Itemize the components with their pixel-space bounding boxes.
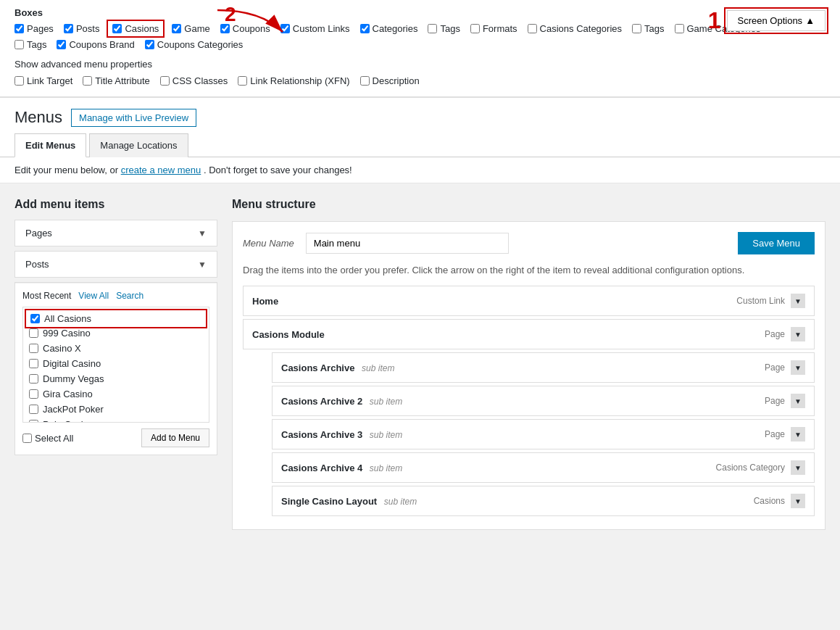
checkbox-css-classes[interactable]: CSS Classes <box>160 75 228 86</box>
accordion-posts-header[interactable]: Posts ▼ <box>15 252 217 277</box>
screen-options-button[interactable]: Screen Options ▲ <box>727 10 826 31</box>
tab-edit-menus[interactable]: Edit Menus <box>14 133 86 157</box>
menu-item-home-right: Custom Link ▼ <box>736 294 805 308</box>
menu-item-casions-archive-4: Casions Archive 4 sub item Casions Categ… <box>272 452 815 483</box>
left-panel: Add menu items Pages ▼ Posts ▼ <box>14 198 217 530</box>
accordion-casions: Most Recent View All Search All Casions … <box>14 282 217 455</box>
accordion-pages-header[interactable]: Pages ▼ <box>15 220 217 246</box>
menu-item-casions-archive-4-toggle[interactable]: ▼ <box>791 460 805 475</box>
menu-item-single-casino-layout-name: Single Casino Layout <box>281 496 377 507</box>
checkbox-casions[interactable]: Casions <box>109 22 162 35</box>
accordion-casions-body: Most Recent View All Search All Casions … <box>15 283 217 455</box>
menu-item-casions-module-right: Page ▼ <box>765 327 805 341</box>
menu-item-casions-archive-3-type: Page <box>765 429 785 439</box>
tab-most-recent[interactable]: Most Recent <box>22 291 71 301</box>
menu-item-casions-archive-2-header: Casions Archive 2 sub item Page ▼ <box>273 386 814 415</box>
list-item-casino-x[interactable]: Casino X <box>28 341 204 356</box>
menu-item-home-toggle[interactable]: ▼ <box>791 294 805 308</box>
casino-x-label: Casino X <box>43 343 81 354</box>
checkbox-coupons-categories[interactable]: Coupons Categories <box>145 39 244 50</box>
menu-item-casions-archive-3-toggle[interactable]: ▼ <box>791 427 805 442</box>
checkbox-tags[interactable]: Tags <box>428 23 459 34</box>
menu-name-input[interactable] <box>306 233 509 254</box>
menu-item-casions-archive-3: Casions Archive 3 sub item Page ▼ <box>272 419 815 449</box>
menu-item-casions-archive-4-right: Casions Category ▼ <box>716 460 805 475</box>
checkbox-game[interactable]: Game <box>172 23 209 34</box>
checkbox-posts[interactable]: Posts <box>64 23 100 34</box>
menu-item-casions-archive-3-name: Casions Archive 3 <box>281 429 362 440</box>
checkbox-formats[interactable]: Formats <box>470 23 517 34</box>
menu-item-single-casino-layout: Single Casino Layout sub item Casions ▼ <box>272 486 815 516</box>
checkbox-categories[interactable]: Categories <box>360 23 418 34</box>
advanced-label: Show advanced menu properties <box>14 59 826 70</box>
menu-name-row: Menu Name Save Menu <box>243 232 815 254</box>
save-menu-button[interactable]: Save Menu <box>738 232 815 254</box>
menu-item-casions-archive: Casions Archive sub item Page ▼ <box>272 352 815 383</box>
menu-item-casions-module-type: Page <box>765 329 785 339</box>
checkbox-custom-links[interactable]: Custom Links <box>280 23 350 34</box>
checkbox-casions-categories[interactable]: Casions Categories <box>528 23 622 34</box>
list-item-999-casino[interactable]: 999 Casino <box>28 326 204 341</box>
menu-item-casions-archive-toggle[interactable]: ▼ <box>791 360 805 375</box>
menus-title: Menus <box>14 108 62 127</box>
screen-options-panel: 1 Screen Options ▲ Boxes Pages Posts Cas… <box>0 0 840 97</box>
checkbox-pages[interactable]: Pages <box>14 23 54 34</box>
all-casions-label: All Casions <box>44 313 91 324</box>
list-item-dummy-vegas[interactable]: Dummy Vegas <box>28 371 204 386</box>
list-item-jackpot-poker[interactable]: JackPot Poker <box>28 402 204 417</box>
advanced-row: Link Target Title Attribute CSS Classes … <box>14 75 826 86</box>
boxes-label: Boxes <box>14 7 826 18</box>
list-item-digital-casino[interactable]: Digital Casino <box>28 356 204 371</box>
screen-options-label: Screen Options <box>738 15 803 26</box>
sub-item-label-5: sub item <box>384 497 417 507</box>
999-casino-label: 999 Casino <box>43 328 91 339</box>
menu-item-casions-archive-2-right: Page ▼ <box>765 394 805 408</box>
checkbox-title-attribute[interactable]: Title Attribute <box>83 75 149 86</box>
tab-view-all[interactable]: View All <box>78 291 109 301</box>
menu-item-casions-archive-4-type: Casions Category <box>716 463 785 473</box>
jackpot-poker-label: JackPot Poker <box>43 404 104 415</box>
menu-item-casions-archive-4-name: Casions Archive 4 <box>281 463 362 473</box>
checkbox-link-target[interactable]: Link Target <box>14 75 72 86</box>
casions-list: All Casions 999 Casino Casino X Dig <box>22 307 209 423</box>
gira-casino-label: Gira Casino <box>43 389 93 399</box>
menu-item-casions-archive-4-header: Casions Archive 4 sub item Casions Categ… <box>273 453 814 482</box>
list-item-all-casions[interactable]: All Casions <box>28 312 204 326</box>
accordion-pages-label: Pages <box>25 228 52 239</box>
menu-item-casions-archive-2-name: Casions Archive 2 <box>281 396 362 407</box>
sub-item-label-4: sub item <box>370 463 402 473</box>
accordion-posts: Posts ▼ <box>14 251 217 278</box>
accordion-pages: Pages ▼ <box>14 220 217 246</box>
menu-item-casions-module-header: Casions Module Page ▼ <box>244 320 814 349</box>
tab-search[interactable]: Search <box>116 291 144 301</box>
checkbox-link-relationship[interactable]: Link Relationship (XFN) <box>238 75 349 86</box>
checkbox-description[interactable]: Description <box>360 75 420 86</box>
menu-item-single-casino-layout-right: Casions ▼ <box>754 494 805 508</box>
menu-item-casions-module-toggle[interactable]: ▼ <box>791 327 805 341</box>
list-item-polo-casino[interactable]: Polo Casino <box>28 417 204 423</box>
menu-item-single-casino-layout-toggle[interactable]: ▼ <box>791 494 805 508</box>
menu-item-casions-archive-2-type: Page <box>765 396 785 406</box>
menu-item-casions-archive-2-toggle[interactable]: ▼ <box>791 394 805 408</box>
menu-item-home: Home Custom Link ▼ <box>243 286 815 316</box>
menu-item-casions-archive-name: Casions Archive <box>281 362 354 373</box>
checkbox-tags-2[interactable]: Tags <box>632 23 664 34</box>
menus-header: Menus Manage with Live Preview <box>0 98 840 127</box>
checkboxes-row-2: Tags Coupons Brand Coupons Categories <box>14 39 826 50</box>
main-content: Add menu items Pages ▼ Posts ▼ <box>0 183 840 544</box>
checkbox-coupons-brand[interactable]: Coupons Brand <box>57 39 134 50</box>
menu-item-casions-archive-header: Casions Archive sub item Page ▼ <box>273 353 814 382</box>
checkbox-tags-3[interactable]: Tags <box>14 39 46 50</box>
add-to-menu-button[interactable]: Add to Menu <box>141 428 209 447</box>
menu-item-home-name: Home <box>252 296 278 307</box>
checkbox-coupons[interactable]: Coupons <box>220 23 270 34</box>
accordion-posts-label: Posts <box>25 259 49 270</box>
menu-item-home-header: Home Custom Link ▼ <box>244 286 814 315</box>
create-new-menu-link[interactable]: create a new menu <box>121 165 201 175</box>
menus-outer: Menus Manage with Live Preview Edit Menu… <box>0 97 840 544</box>
list-item-gira-casino[interactable]: Gira Casino <box>28 386 204 402</box>
menu-item-home-type: Custom Link <box>736 296 785 306</box>
tab-manage-locations[interactable]: Manage Locations <box>89 133 188 157</box>
select-all-label[interactable]: Select All <box>22 433 73 444</box>
manage-live-preview-button[interactable]: Manage with Live Preview <box>71 109 196 127</box>
